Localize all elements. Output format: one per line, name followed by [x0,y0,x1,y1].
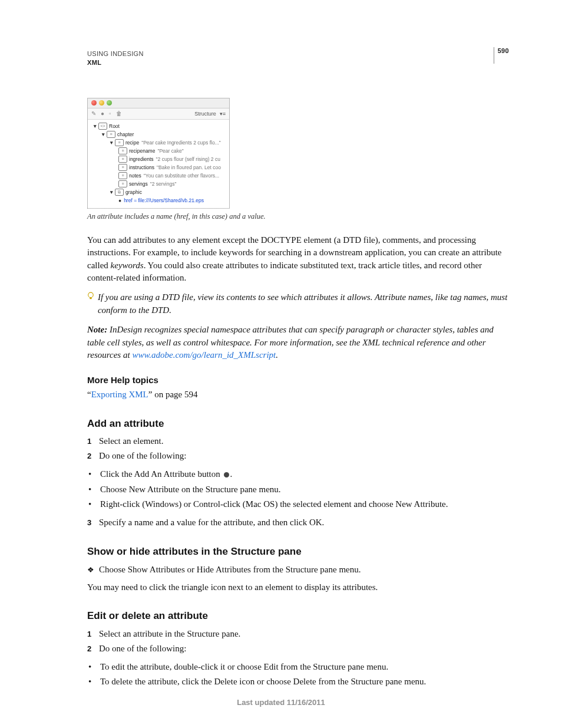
header-title: USING INDESIGN [87,50,144,58]
svg-rect-1 [90,298,91,299]
xml-tree: ▼<>Root ▼≡chapter ▼≡recipe"Pear cake Ing… [88,120,229,208]
add-attribute-button-icon [224,472,229,477]
add-bullet-2: Choose New Attribute on the Structure pa… [100,483,281,496]
panel-menu-icon: ▾≡ [220,111,226,117]
heading-add-attribute: Add an attribute [87,417,513,431]
header-section: XML [87,58,144,67]
page-icon: ▫ [109,110,111,117]
heading-more-help: More Help topics [87,374,513,386]
body-paragraph-1: You can add attributes to any element ex… [87,234,513,285]
heading-show-hide: Show or hide attributes in the Structure… [87,545,513,559]
more-help-line: “Exporting XML” on page 594 [87,388,513,401]
edit-step-1: Select an attribute in the Structure pan… [99,627,240,641]
pencil-icon: ✎ [91,110,96,117]
zoom-icon [107,100,112,106]
toolbar-icons: ✎ ● ▫ 🗑 [91,110,122,117]
close-icon [91,100,97,106]
figure-structure-pane: ✎ ● ▫ 🗑 Structure ▾≡ ▼<>Root ▼≡chapter ▼… [87,98,513,221]
svg-point-0 [88,293,94,298]
edit-bullet-1: To edit the attribute, double-click it o… [100,660,388,674]
add-bullet-3: Right-click (Windows) or Control-click (… [100,498,448,511]
link-exporting-xml[interactable]: Exporting XML [91,390,148,399]
heading-edit-delete: Edit or delete an attribute [87,609,513,623]
window-titlebar [88,98,229,108]
lightbulb-icon [87,291,94,302]
show-paragraph: You may need to click the triangle icon … [87,581,513,594]
panel-title: Structure [194,111,216,117]
page-number: 590 [494,47,513,64]
tree-chapter: chapter [117,131,134,137]
note-paragraph: Note: InDesign recognizes special namesp… [87,324,513,361]
edit-step-2: Do one of the following: [99,642,186,655]
add-step-2: Do one of the following: [99,449,186,463]
add-step-3: Specify a name and a value for the attri… [99,516,324,529]
attribute-bullet-icon: ● [118,197,121,203]
show-bullet-1: Choose Show Attributes or Hide Attribute… [99,563,361,577]
figure-caption: An attribute includes a name (href, in t… [87,212,513,221]
trash-icon: 🗑 [116,110,122,117]
tree-root: Root [109,123,120,129]
running-header: USING INDESIGN XML 590 [87,50,513,67]
add-bullet-1: Click the Add An Attribute button . [100,467,232,481]
link-xmlscript[interactable]: www.adobe.com/go/learn_id_XMLscript [132,350,276,360]
minimize-icon [99,100,104,106]
tree-attribute: href = file:///Users/Shared/vb.21.eps [124,197,204,203]
add-step-1: Select an element. [99,434,164,448]
tree-recipe: recipe [125,140,139,146]
dot-icon: ● [101,110,104,117]
tip-block: If you are using a DTD file, view its co… [87,291,513,317]
tree-graphic: graphic [125,189,142,195]
footer-last-updated: Last updated 11/16/2011 [0,698,562,707]
edit-bullet-2: To delete the attribute, click the Delet… [100,675,426,689]
